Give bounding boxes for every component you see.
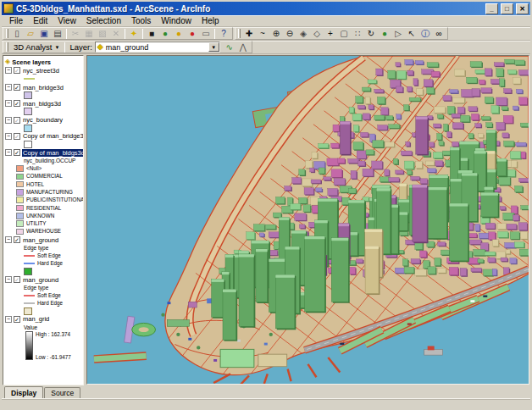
legend-class-swatch[interactable] xyxy=(16,213,24,219)
layer-visibility-checkbox[interactable]: ✓ xyxy=(14,236,20,243)
legend-fill-swatch[interactable] xyxy=(24,268,32,275)
expander-icon[interactable]: − xyxy=(5,67,12,74)
layer-name[interactable]: nyc_boundary xyxy=(22,116,64,124)
legend-line-swatch[interactable] xyxy=(24,263,35,264)
zoom-out-button[interactable]: ⊖ xyxy=(283,28,296,39)
print-button[interactable]: ▤ xyxy=(51,28,64,39)
layer-name[interactable]: man_bridge3d xyxy=(22,84,64,91)
save-button[interactable]: ▣ xyxy=(37,28,51,39)
viewer-globe-button[interactable]: ● xyxy=(378,28,391,39)
expander-icon[interactable]: − xyxy=(5,236,12,243)
layer-visibility-checkbox[interactable]: ✓ xyxy=(14,84,20,91)
layer-name[interactable]: man_grid xyxy=(22,315,50,323)
navigate-button[interactable]: ✚ xyxy=(242,28,256,39)
modelbuilder-button[interactable]: ▭ xyxy=(199,28,213,39)
orbit-button[interactable]: ↻ xyxy=(364,28,378,39)
expander-icon[interactable]: − xyxy=(5,316,12,323)
legend-line-swatch[interactable] xyxy=(24,255,35,257)
zoom-in-button[interactable]: ⊕ xyxy=(269,28,283,39)
legend-fill-swatch[interactable] xyxy=(24,125,32,132)
fixed-zoom-out-button[interactable]: ◇ xyxy=(310,28,324,39)
delete-button[interactable]: ✕ xyxy=(109,28,123,39)
close-button[interactable]: ✕ xyxy=(516,3,529,14)
whats-this-button[interactable]: ? xyxy=(217,28,230,39)
legend-line-swatch[interactable] xyxy=(24,302,35,304)
toc-toggle-button[interactable]: ■ xyxy=(145,28,158,39)
legend-class-swatch[interactable] xyxy=(16,165,24,172)
open-scene-button[interactable]: ▱ xyxy=(24,28,37,39)
copy-button[interactable]: ▦ xyxy=(82,28,96,39)
tab-display[interactable]: Display xyxy=(4,386,43,398)
toolbar-grip[interactable] xyxy=(238,29,241,38)
3d-analyst-menu-button[interactable]: 3D Analyst ▼ xyxy=(10,42,63,53)
legend-class-swatch[interactable] xyxy=(16,205,24,212)
add-data-button[interactable]: ✦ xyxy=(127,28,141,39)
toolbar-grip[interactable] xyxy=(6,29,8,38)
layer-visibility-checkbox[interactable]: ✓ xyxy=(14,100,20,107)
legend-heading: Edge type xyxy=(24,284,83,291)
zoom-target-button[interactable]: ∷ xyxy=(351,28,364,39)
fixed-zoom-in-button[interactable]: ◈ xyxy=(296,28,310,39)
expander-icon[interactable]: − xyxy=(5,84,12,91)
new-scene-button[interactable]: ▯ xyxy=(10,28,24,39)
layer-visibility-checkbox[interactable]: ✓ xyxy=(14,133,20,140)
legend-class-swatch[interactable] xyxy=(16,220,24,227)
launch-arccatalog-button[interactable]: ● xyxy=(172,28,186,39)
layer-name[interactable]: man_bldgs3d xyxy=(22,100,62,108)
expander-icon[interactable]: − xyxy=(5,149,12,156)
cut-button[interactable]: ✂ xyxy=(69,28,82,39)
layer-visibility-checkbox[interactable]: ✓ xyxy=(14,117,20,124)
layer-visibility-checkbox[interactable]: ✓ xyxy=(14,316,20,323)
legend-class-swatch[interactable] xyxy=(16,197,24,203)
legend-class-swatch[interactable] xyxy=(16,181,24,188)
combobox-dropdown-arrow[interactable]: ▼ xyxy=(208,42,219,52)
toolbar-grip[interactable] xyxy=(6,42,8,52)
expander-icon[interactable]: − xyxy=(5,117,12,124)
legend-line-swatch[interactable] xyxy=(24,78,35,80)
menu-item-file[interactable]: File xyxy=(4,15,28,26)
fly-button[interactable]: ~ xyxy=(256,28,269,39)
pan-button[interactable]: + xyxy=(324,28,337,39)
menu-item-selection[interactable]: Selection xyxy=(81,15,126,26)
legend-fill-swatch[interactable] xyxy=(24,91,32,99)
menu-item-window[interactable]: Window xyxy=(156,15,197,26)
layer-visibility-checkbox[interactable]: ✓ xyxy=(14,276,20,283)
launch-arctoolbox-button[interactable]: ● xyxy=(186,28,199,39)
layer-name[interactable]: nyc_street3d xyxy=(22,67,60,75)
minimize-button[interactable]: _ xyxy=(485,3,498,14)
expander-icon[interactable]: − xyxy=(5,133,12,140)
menu-item-view[interactable]: View xyxy=(53,15,81,26)
menu-item-help[interactable]: Help xyxy=(197,15,224,26)
launch-arcmap-button[interactable]: ● xyxy=(158,28,172,39)
expander-icon[interactable]: − xyxy=(5,100,12,107)
layer-name[interactable]: Copy of man_bridge3d xyxy=(22,132,84,140)
layer-visibility-checkbox[interactable]: ✓ xyxy=(14,149,20,156)
layer-visibility-checkbox[interactable]: ✓ xyxy=(14,67,20,74)
chevron-down-icon: ▼ xyxy=(54,45,59,50)
identify-button[interactable]: ⓘ xyxy=(418,28,432,39)
legend-class-swatch[interactable] xyxy=(16,189,24,196)
layer-name[interactable]: man_ground xyxy=(22,276,59,284)
expander-icon[interactable]: − xyxy=(5,276,12,283)
launch-viewer-button[interactable]: ▷ xyxy=(391,28,405,39)
legend-class-swatch[interactable] xyxy=(16,229,24,235)
maximize-button[interactable]: □ xyxy=(501,3,513,14)
paste-button[interactable]: ▧ xyxy=(96,28,109,39)
tab-source[interactable]: Source xyxy=(44,387,80,398)
legend-class-swatch[interactable] xyxy=(16,174,24,180)
layer-name[interactable]: man_ground xyxy=(22,236,59,244)
layer-combobox[interactable]: ◆ man_ground ▼ xyxy=(95,42,220,53)
menu-item-edit[interactable]: Edit xyxy=(28,15,53,26)
select-graphics-button[interactable]: ↖ xyxy=(405,28,418,39)
interpolate-line-button[interactable]: ∿ xyxy=(223,42,236,53)
legend-fill-swatch[interactable] xyxy=(24,308,32,315)
legend-line-swatch[interactable] xyxy=(24,295,35,296)
legend-fill-swatch[interactable] xyxy=(24,108,32,115)
find-button[interactable]: ∞ xyxy=(432,28,446,39)
full-extent-button[interactable]: ▢ xyxy=(337,28,351,39)
legend-fill-swatch[interactable] xyxy=(24,141,32,148)
layer-name[interactable]: Copy of man_bldgs3d xyxy=(22,149,84,157)
menu-item-tools[interactable]: Tools xyxy=(126,15,156,26)
line-of-sight-button[interactable]: ⋀ xyxy=(236,42,250,53)
scene-3d-view[interactable] xyxy=(86,55,529,385)
